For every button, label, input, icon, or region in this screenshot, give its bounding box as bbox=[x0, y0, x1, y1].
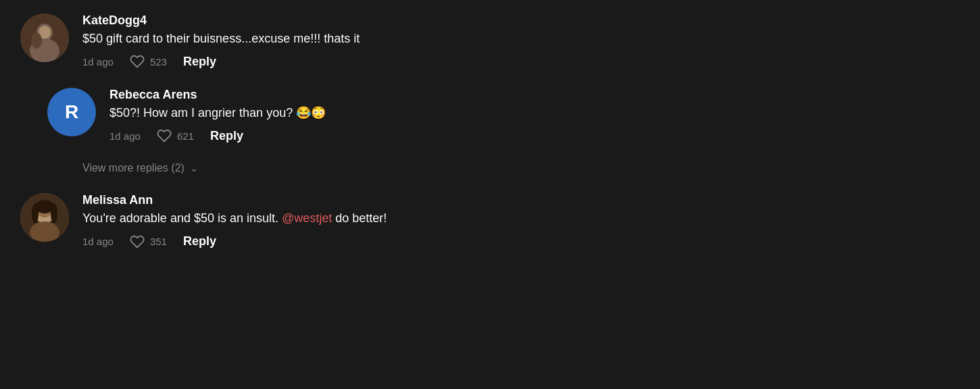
avatar-katedogg4 bbox=[20, 14, 69, 62]
avatar-initial-rebecca: R bbox=[65, 101, 78, 123]
comment-melissa-ann: Melissa Ann You're adorable and $50 is a… bbox=[20, 193, 629, 249]
comment-body-rebecca-arens: Rebecca Arens $50?! How am I angrier tha… bbox=[109, 88, 629, 143]
reply-button-katedogg4[interactable]: Reply bbox=[183, 55, 216, 69]
comment-text-part1-melissa: You're adorable and $50 is an insult. bbox=[82, 211, 282, 225]
username-katedogg4: KateDogg4 bbox=[82, 14, 629, 28]
like-count-rebecca-arens: 621 bbox=[177, 130, 194, 142]
comments-container: KateDogg4 $50 gift card to their buisnes… bbox=[20, 14, 629, 249]
comment-meta-katedogg4: 1d ago 523 Reply bbox=[82, 54, 629, 69]
comment-text-part3-melissa: do better! bbox=[332, 211, 387, 225]
mention-westjet[interactable]: @westjet bbox=[282, 211, 332, 225]
view-more-replies-button[interactable]: View more replies (2) ⌄ bbox=[82, 162, 198, 174]
reply-button-rebecca-arens[interactable]: Reply bbox=[210, 129, 243, 143]
avatar-melissa-ann bbox=[20, 193, 69, 242]
comment-meta-melissa-ann: 1d ago 351 Reply bbox=[82, 234, 629, 249]
comment-katedogg4: KateDogg4 $50 gift card to their buisnes… bbox=[20, 14, 629, 69]
like-button-melissa-ann[interactable]: 351 bbox=[130, 234, 167, 249]
avatar-image-melissa bbox=[20, 193, 69, 242]
comment-time-melissa-ann: 1d ago bbox=[82, 236, 114, 247]
svg-point-13 bbox=[20, 193, 69, 242]
comment-text-rebecca-arens: $50?! How am I angrier than you? 😂😳 bbox=[109, 105, 629, 122]
username-melissa-ann: Melissa Ann bbox=[82, 193, 629, 207]
comment-text-melissa-ann: You're adorable and $50 is an insult. @w… bbox=[82, 210, 629, 227]
heart-icon-melissa-ann bbox=[130, 234, 145, 249]
like-count-melissa-ann: 351 bbox=[150, 236, 167, 247]
comment-meta-rebecca-arens: 1d ago 621 Reply bbox=[109, 128, 629, 143]
comment-body-melissa-ann: Melissa Ann You're adorable and $50 is a… bbox=[82, 193, 629, 249]
svg-point-5 bbox=[20, 14, 69, 62]
avatar-rebecca-arens: R bbox=[47, 88, 96, 136]
like-button-katedogg4[interactable]: 523 bbox=[130, 54, 167, 69]
chevron-down-icon: ⌄ bbox=[190, 163, 198, 174]
comment-rebecca-arens: R Rebecca Arens $50?! How am I angrier t… bbox=[47, 88, 629, 143]
like-count-katedogg4: 523 bbox=[150, 56, 167, 68]
avatar-image-kate bbox=[20, 14, 69, 62]
comment-text-katedogg4: $50 gift card to their buisness...excuse… bbox=[82, 30, 629, 47]
heart-icon-rebecca-arens bbox=[157, 128, 172, 143]
like-button-rebecca-arens[interactable]: 621 bbox=[157, 128, 194, 143]
reply-button-melissa-ann[interactable]: Reply bbox=[183, 234, 216, 249]
username-rebecca-arens: Rebecca Arens bbox=[109, 88, 629, 102]
comment-body-katedogg4: KateDogg4 $50 gift card to their buisnes… bbox=[82, 14, 629, 69]
heart-icon-katedogg4 bbox=[130, 54, 145, 69]
view-more-replies-label: View more replies (2) bbox=[82, 162, 185, 174]
comment-time-rebecca-arens: 1d ago bbox=[109, 130, 141, 142]
comment-time-katedogg4: 1d ago bbox=[82, 56, 114, 68]
